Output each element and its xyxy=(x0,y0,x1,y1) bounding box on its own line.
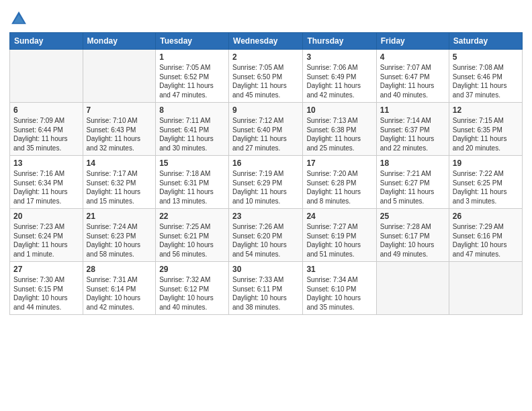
day-number: 14 xyxy=(87,158,152,168)
calendar-cell xyxy=(10,50,83,103)
week-row-1: 1Sunrise: 7:05 AM Sunset: 6:52 PM Daylig… xyxy=(10,50,523,103)
calendar-cell: 22Sunrise: 7:25 AM Sunset: 6:21 PM Dayli… xyxy=(156,209,229,262)
day-number: 28 xyxy=(87,265,152,274)
weekday-header-monday: Monday xyxy=(83,33,156,50)
day-info: Sunrise: 7:08 AM Sunset: 6:46 PM Dayligh… xyxy=(453,63,519,99)
day-number: 15 xyxy=(159,158,225,168)
day-number: 7 xyxy=(87,105,152,115)
day-info: Sunrise: 7:05 AM Sunset: 6:50 PM Dayligh… xyxy=(232,63,299,99)
day-info: Sunrise: 7:11 AM Sunset: 6:41 PM Dayligh… xyxy=(159,116,225,152)
day-info: Sunrise: 7:09 AM Sunset: 6:44 PM Dayligh… xyxy=(13,116,79,152)
calendar-cell: 23Sunrise: 7:26 AM Sunset: 6:20 PM Dayli… xyxy=(229,209,303,262)
day-number: 20 xyxy=(13,212,79,221)
day-info: Sunrise: 7:25 AM Sunset: 6:21 PM Dayligh… xyxy=(159,222,225,259)
day-info: Sunrise: 7:21 AM Sunset: 6:27 PM Dayligh… xyxy=(380,169,445,205)
week-row-3: 13Sunrise: 7:16 AM Sunset: 6:34 PM Dayli… xyxy=(10,156,523,209)
calendar: SundayMondayTuesdayWednesdayThursdayFrid… xyxy=(9,32,523,315)
day-info: Sunrise: 7:27 AM Sunset: 6:19 PM Dayligh… xyxy=(306,222,372,259)
calendar-cell: 5Sunrise: 7:08 AM Sunset: 6:46 PM Daylig… xyxy=(449,50,522,103)
day-info: Sunrise: 7:34 AM Sunset: 6:10 PM Dayligh… xyxy=(306,275,372,312)
calendar-cell: 25Sunrise: 7:28 AM Sunset: 6:17 PM Dayli… xyxy=(376,209,449,262)
day-number: 11 xyxy=(380,105,445,115)
calendar-cell: 1Sunrise: 7:05 AM Sunset: 6:52 PM Daylig… xyxy=(156,50,229,103)
calendar-cell: 27Sunrise: 7:30 AM Sunset: 6:15 PM Dayli… xyxy=(10,262,83,315)
day-number: 21 xyxy=(87,212,152,221)
day-info: Sunrise: 7:33 AM Sunset: 6:11 PM Dayligh… xyxy=(232,275,299,312)
calendar-cell: 6Sunrise: 7:09 AM Sunset: 6:44 PM Daylig… xyxy=(10,103,83,156)
calendar-cell: 4Sunrise: 7:07 AM Sunset: 6:47 PM Daylig… xyxy=(376,50,449,103)
day-number: 13 xyxy=(13,158,79,168)
day-number: 19 xyxy=(453,158,519,168)
day-number: 26 xyxy=(453,212,519,221)
day-number: 18 xyxy=(380,158,445,168)
day-number: 25 xyxy=(380,212,445,221)
calendar-cell: 20Sunrise: 7:23 AM Sunset: 6:24 PM Dayli… xyxy=(10,209,83,262)
day-number: 10 xyxy=(306,105,372,115)
day-info: Sunrise: 7:13 AM Sunset: 6:38 PM Dayligh… xyxy=(306,116,372,152)
calendar-cell: 13Sunrise: 7:16 AM Sunset: 6:34 PM Dayli… xyxy=(10,156,83,209)
day-info: Sunrise: 7:16 AM Sunset: 6:34 PM Dayligh… xyxy=(13,169,79,205)
day-number: 23 xyxy=(232,212,299,221)
week-row-4: 20Sunrise: 7:23 AM Sunset: 6:24 PM Dayli… xyxy=(10,209,523,262)
day-info: Sunrise: 7:12 AM Sunset: 6:40 PM Dayligh… xyxy=(232,116,299,152)
calendar-cell: 16Sunrise: 7:19 AM Sunset: 6:29 PM Dayli… xyxy=(229,156,303,209)
calendar-cell: 31Sunrise: 7:34 AM Sunset: 6:10 PM Dayli… xyxy=(303,262,376,315)
calendar-cell: 15Sunrise: 7:18 AM Sunset: 6:31 PM Dayli… xyxy=(156,156,229,209)
day-number: 31 xyxy=(306,265,372,274)
calendar-cell xyxy=(376,262,449,315)
calendar-cell: 2Sunrise: 7:05 AM Sunset: 6:50 PM Daylig… xyxy=(229,50,303,103)
calendar-cell: 9Sunrise: 7:12 AM Sunset: 6:40 PM Daylig… xyxy=(229,103,303,156)
day-number: 8 xyxy=(159,105,225,115)
day-info: Sunrise: 7:19 AM Sunset: 6:29 PM Dayligh… xyxy=(232,169,299,205)
day-info: Sunrise: 7:32 AM Sunset: 6:12 PM Dayligh… xyxy=(159,275,225,312)
calendar-cell: 26Sunrise: 7:29 AM Sunset: 6:16 PM Dayli… xyxy=(449,209,522,262)
day-number: 3 xyxy=(306,52,372,62)
weekday-header-wednesday: Wednesday xyxy=(229,33,303,50)
calendar-cell: 12Sunrise: 7:15 AM Sunset: 6:35 PM Dayli… xyxy=(449,103,522,156)
day-info: Sunrise: 7:22 AM Sunset: 6:25 PM Dayligh… xyxy=(453,169,519,205)
day-info: Sunrise: 7:20 AM Sunset: 6:28 PM Dayligh… xyxy=(306,169,372,205)
calendar-cell: 30Sunrise: 7:33 AM Sunset: 6:11 PM Dayli… xyxy=(229,262,303,315)
day-info: Sunrise: 7:07 AM Sunset: 6:47 PM Dayligh… xyxy=(380,63,445,99)
day-number: 17 xyxy=(306,158,372,168)
calendar-cell: 8Sunrise: 7:11 AM Sunset: 6:41 PM Daylig… xyxy=(156,103,229,156)
day-info: Sunrise: 7:29 AM Sunset: 6:16 PM Dayligh… xyxy=(453,222,519,259)
day-number: 16 xyxy=(232,158,299,168)
day-number: 12 xyxy=(453,105,519,115)
day-number: 2 xyxy=(232,52,299,62)
day-info: Sunrise: 7:28 AM Sunset: 6:17 PM Dayligh… xyxy=(380,222,445,259)
calendar-cell xyxy=(83,50,156,103)
calendar-cell: 18Sunrise: 7:21 AM Sunset: 6:27 PM Dayli… xyxy=(376,156,449,209)
calendar-cell: 24Sunrise: 7:27 AM Sunset: 6:19 PM Dayli… xyxy=(303,209,376,262)
page: SundayMondayTuesdayWednesdayThursdayFrid… xyxy=(0,0,532,411)
weekday-header-thursday: Thursday xyxy=(303,33,376,50)
calendar-cell: 7Sunrise: 7:10 AM Sunset: 6:43 PM Daylig… xyxy=(83,103,156,156)
day-number: 30 xyxy=(232,265,299,274)
day-number: 4 xyxy=(380,52,445,62)
day-number: 24 xyxy=(306,212,372,221)
day-info: Sunrise: 7:06 AM Sunset: 6:49 PM Dayligh… xyxy=(306,63,372,99)
day-info: Sunrise: 7:14 AM Sunset: 6:37 PM Dayligh… xyxy=(380,116,445,152)
day-info: Sunrise: 7:05 AM Sunset: 6:52 PM Dayligh… xyxy=(159,63,225,99)
calendar-cell: 11Sunrise: 7:14 AM Sunset: 6:37 PM Dayli… xyxy=(376,103,449,156)
weekday-header-sunday: Sunday xyxy=(10,33,83,50)
day-number: 22 xyxy=(159,212,225,221)
day-info: Sunrise: 7:17 AM Sunset: 6:32 PM Dayligh… xyxy=(87,169,152,205)
day-info: Sunrise: 7:10 AM Sunset: 6:43 PM Dayligh… xyxy=(87,116,152,152)
day-info: Sunrise: 7:18 AM Sunset: 6:31 PM Dayligh… xyxy=(159,169,225,205)
weekday-header-friday: Friday xyxy=(376,33,449,50)
day-number: 1 xyxy=(159,52,225,62)
week-row-5: 27Sunrise: 7:30 AM Sunset: 6:15 PM Dayli… xyxy=(10,262,523,315)
logo xyxy=(9,9,30,28)
calendar-cell: 19Sunrise: 7:22 AM Sunset: 6:25 PM Dayli… xyxy=(449,156,522,209)
day-number: 6 xyxy=(13,105,79,115)
weekday-header-saturday: Saturday xyxy=(449,33,522,50)
day-info: Sunrise: 7:30 AM Sunset: 6:15 PM Dayligh… xyxy=(13,275,79,312)
weekday-header-tuesday: Tuesday xyxy=(156,33,229,50)
calendar-cell: 28Sunrise: 7:31 AM Sunset: 6:14 PM Dayli… xyxy=(83,262,156,315)
day-info: Sunrise: 7:24 AM Sunset: 6:23 PM Dayligh… xyxy=(87,222,152,259)
logo-icon xyxy=(9,9,28,28)
day-info: Sunrise: 7:31 AM Sunset: 6:14 PM Dayligh… xyxy=(87,275,152,312)
day-number: 5 xyxy=(453,52,519,62)
week-row-2: 6Sunrise: 7:09 AM Sunset: 6:44 PM Daylig… xyxy=(10,103,523,156)
